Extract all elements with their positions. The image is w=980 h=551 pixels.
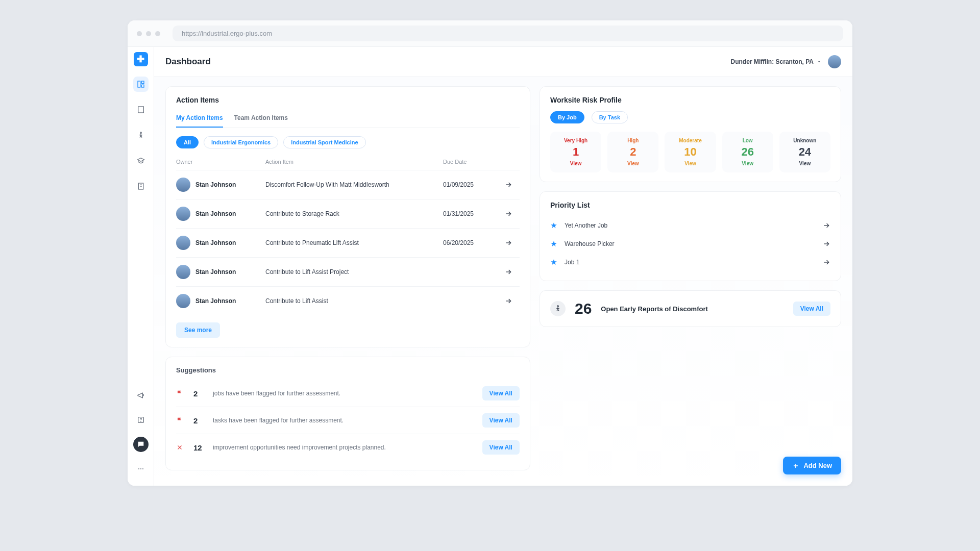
row-item: Contribute to Lift Assist xyxy=(265,297,443,305)
add-new-button[interactable]: Add New xyxy=(783,457,841,474)
add-new-label: Add New xyxy=(803,462,832,469)
priority-item[interactable]: Warehouse Picker xyxy=(550,235,830,253)
nav-announcements[interactable] xyxy=(133,388,149,403)
suggestion-text: improvement opportunities need improveme… xyxy=(213,444,474,451)
nav-more[interactable] xyxy=(133,461,149,477)
app-logo[interactable]: ✚ xyxy=(134,52,148,66)
location-selector[interactable]: Dunder Mifflin: Scranton, PA xyxy=(731,58,822,65)
risk-view-link[interactable]: View xyxy=(725,161,770,166)
row-owner: Stan Johnson xyxy=(176,207,265,221)
browser-chrome: https://industrial.ergo-plus.com xyxy=(128,20,852,47)
arrow-right-icon xyxy=(504,210,512,218)
see-more-button[interactable]: See more xyxy=(176,322,220,338)
nav-education[interactable] xyxy=(133,153,149,168)
nav-help[interactable] xyxy=(133,412,149,428)
risk-value: 1 xyxy=(553,145,598,159)
nav-dashboard[interactable] xyxy=(133,77,149,92)
svg-point-15 xyxy=(140,468,141,469)
tab-my-action-items[interactable]: My Action Items xyxy=(176,111,223,128)
col-item: Action Item xyxy=(265,159,443,165)
flag-icon xyxy=(176,417,183,424)
action-filters: All Industrial Ergonomics Industrial Spo… xyxy=(176,136,520,148)
document-icon xyxy=(137,182,145,190)
row-open[interactable] xyxy=(504,268,520,276)
content: Action Items My Action Items Team Action… xyxy=(154,77,852,486)
dots-icon xyxy=(137,465,145,473)
nav-chat[interactable] xyxy=(133,437,149,452)
svg-rect-1 xyxy=(141,81,144,84)
location-label: Dunder Mifflin: Scranton, PA xyxy=(731,58,814,65)
col-owner: Owner xyxy=(176,159,265,165)
row-open[interactable] xyxy=(504,297,520,305)
risk-label: Very High xyxy=(553,138,598,143)
maximize-window-dot[interactable] xyxy=(155,31,160,36)
tab-by-task[interactable]: By Task xyxy=(592,111,628,123)
row-open[interactable] xyxy=(504,239,520,247)
priority-item[interactable]: Job 1 xyxy=(550,253,830,271)
nav-ergonomics[interactable] xyxy=(133,128,149,143)
action-row[interactable]: Stan Johnson Contribute to Lift Assist P… xyxy=(176,257,520,286)
priority-open[interactable] xyxy=(822,240,830,248)
svg-rect-0 xyxy=(138,81,140,87)
filter-ergonomics[interactable]: Industrial Ergonomics xyxy=(204,136,278,148)
priority-label: Job 1 xyxy=(565,259,815,266)
suggestion-count: 12 xyxy=(193,443,205,452)
discomfort-view-all[interactable]: View All xyxy=(793,302,830,316)
tab-team-action-items[interactable]: Team Action Items xyxy=(234,111,288,128)
risk-card-high: High 2 View xyxy=(607,132,658,172)
nav-reports[interactable] xyxy=(133,179,149,194)
chat-icon xyxy=(137,440,145,448)
close-window-dot[interactable] xyxy=(137,31,142,36)
discomfort-icon xyxy=(550,301,566,316)
col-due: Due Date xyxy=(443,159,504,165)
risk-label: Moderate xyxy=(668,138,713,143)
priority-open[interactable] xyxy=(822,258,830,266)
action-items-tabs: My Action Items Team Action Items xyxy=(176,111,520,128)
browser-frame: https://industrial.ergo-plus.com ✚ xyxy=(128,20,852,486)
suggestion-icon xyxy=(176,417,185,424)
action-row[interactable]: Stan Johnson Contribute to Pneumatic Lif… xyxy=(176,228,520,257)
filter-sport-medicine[interactable]: Industrial Sport Medicine xyxy=(283,136,365,148)
priority-item[interactable]: Yet Another Job xyxy=(550,216,830,235)
tools-icon xyxy=(176,444,183,451)
row-open[interactable] xyxy=(504,210,520,218)
owner-avatar xyxy=(176,178,190,192)
building-icon xyxy=(137,106,145,114)
suggestion-view-all[interactable]: View All xyxy=(482,413,520,428)
priority-open[interactable] xyxy=(822,221,830,230)
arrow-right-icon xyxy=(504,268,512,276)
svg-rect-2 xyxy=(141,85,144,87)
risk-view-link[interactable]: View xyxy=(668,161,713,166)
action-row[interactable]: Stan Johnson Contribute to Storage Rack … xyxy=(176,199,520,228)
arrow-right-icon xyxy=(822,258,830,266)
tab-by-job[interactable]: By Job xyxy=(550,111,584,123)
risk-card-mod: Moderate 10 View xyxy=(665,132,716,172)
minimize-window-dot[interactable] xyxy=(146,31,151,36)
risk-card-low: Low 26 View xyxy=(722,132,773,172)
filter-all[interactable]: All xyxy=(176,136,199,148)
row-due: 01/31/2025 xyxy=(443,210,504,217)
suggestion-row: 12 improvement opportunities need improv… xyxy=(176,434,520,461)
suggestion-row: 2 tasks have been flagged for further as… xyxy=(176,407,520,434)
user-avatar[interactable] xyxy=(828,55,841,68)
row-owner: Stan Johnson xyxy=(176,294,265,308)
nav-buildings[interactable] xyxy=(133,102,149,117)
risk-view-link[interactable]: View xyxy=(610,161,655,166)
suggestion-text: jobs have been flagged for further asses… xyxy=(213,390,474,397)
risk-view-link[interactable]: View xyxy=(782,161,827,166)
suggestions-card: Suggestions 2 jobs have been flagged for… xyxy=(165,357,530,470)
chevron-down-icon xyxy=(817,59,822,64)
topbar: Dashboard Dunder Mifflin: Scranton, PA xyxy=(154,47,852,77)
action-row[interactable]: Stan Johnson Discomfort Follow-Up With M… xyxy=(176,170,520,199)
window-controls xyxy=(137,31,160,36)
url-bar[interactable]: https://industrial.ergo-plus.com xyxy=(173,26,843,41)
svg-point-14 xyxy=(138,468,139,469)
risk-view-link[interactable]: View xyxy=(553,161,598,166)
discomfort-card: 26 Open Early Reports of Discomfort View… xyxy=(540,290,841,327)
graduation-icon xyxy=(137,157,145,165)
row-open[interactable] xyxy=(504,181,520,189)
suggestion-view-all[interactable]: View All xyxy=(482,386,520,400)
suggestion-view-all[interactable]: View All xyxy=(482,440,520,455)
action-row[interactable]: Stan Johnson Contribute to Lift Assist xyxy=(176,286,520,315)
risk-label: Unknown xyxy=(782,138,827,143)
